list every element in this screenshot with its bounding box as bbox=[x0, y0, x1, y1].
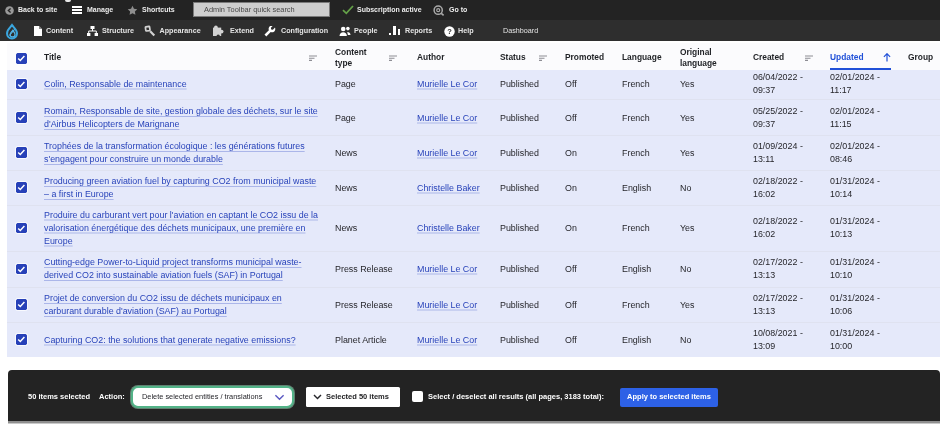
svg-text:?: ? bbox=[447, 27, 452, 36]
